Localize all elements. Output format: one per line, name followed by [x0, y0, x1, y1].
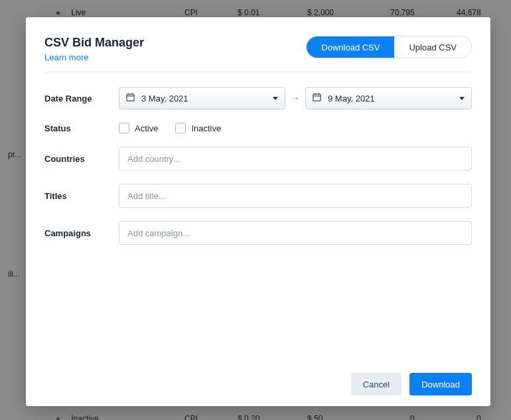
titles-label: Titles [44, 191, 119, 201]
checkbox-icon [175, 123, 186, 133]
upload-csv-tab[interactable]: Upload CSV [394, 36, 471, 58]
csv-mode-toggle: Download CSV Upload CSV [306, 36, 472, 58]
date-start-picker[interactable]: 3 May, 2021 [119, 87, 285, 109]
svg-rect-4 [313, 94, 321, 101]
status-inactive-label: Inactive [191, 123, 221, 133]
date-end-value: 9 May, 2021 [328, 94, 459, 104]
countries-input[interactable] [119, 147, 472, 171]
titles-input[interactable] [119, 184, 472, 208]
status-inactive-checkbox[interactable]: Inactive [175, 123, 221, 133]
chevron-down-icon [459, 97, 465, 100]
svg-rect-0 [127, 94, 134, 101]
calendar-icon [126, 93, 135, 104]
campaigns-label: Campaigns [44, 228, 119, 238]
status-active-checkbox[interactable]: Active [119, 123, 158, 133]
cancel-button[interactable]: Cancel [351, 373, 402, 395]
modal-form: Date Range 3 May, 2021 → 9 May, 2021 [26, 72, 490, 362]
calendar-icon [313, 93, 321, 104]
learn-more-link[interactable]: Learn more [44, 52, 144, 62]
csv-bid-manager-modal: CSV Bid Manager Learn more Download CSV … [26, 17, 490, 406]
modal-title: CSV Bid Manager [44, 36, 144, 50]
modal-header: CSV Bid Manager Learn more Download CSV … [26, 17, 490, 72]
date-start-value: 3 May, 2021 [141, 94, 273, 104]
modal-footer: Cancel Download [26, 362, 490, 406]
checkbox-icon [119, 123, 129, 133]
status-label: Status [44, 123, 119, 133]
chevron-down-icon [273, 97, 278, 100]
date-end-picker[interactable]: 9 May, 2021 [305, 87, 472, 109]
date-range-label: Date Range [44, 94, 119, 104]
status-active-label: Active [135, 123, 158, 133]
download-button[interactable]: Download [409, 373, 472, 395]
campaigns-input[interactable] [119, 221, 472, 245]
arrow-right-icon: → [291, 93, 300, 104]
download-csv-tab[interactable]: Download CSV [307, 36, 394, 58]
countries-label: Countries [44, 154, 119, 164]
